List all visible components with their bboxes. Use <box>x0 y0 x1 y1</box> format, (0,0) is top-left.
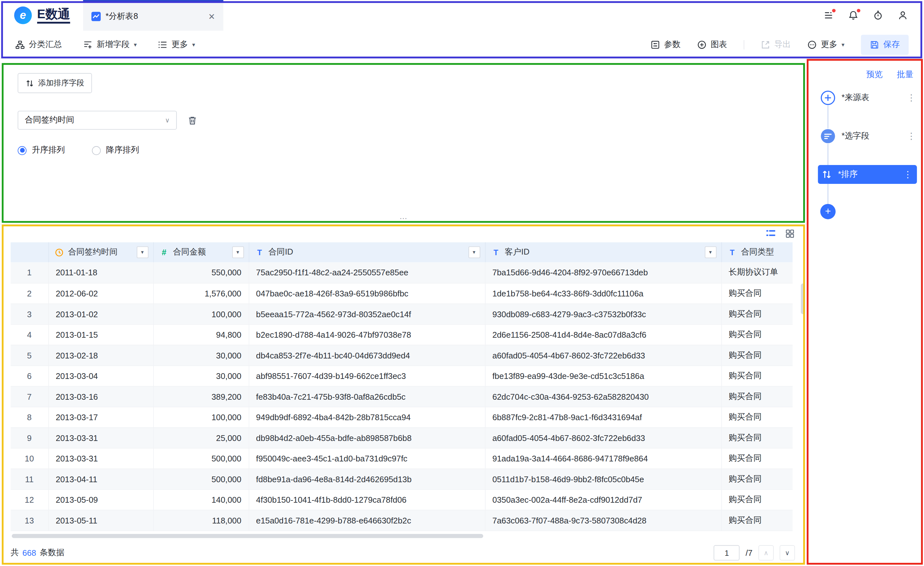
sort-order-options: 升序排列 降序排列 <box>18 145 808 155</box>
page-total: /7 <box>746 548 753 557</box>
export-icon <box>760 40 770 49</box>
column-filter-caret-icon[interactable]: ▾ <box>232 246 244 258</box>
column-filter-caret-icon[interactable]: ▾ <box>704 246 716 258</box>
flow-node-来源表[interactable]: *来源表⋮ <box>820 88 916 107</box>
table-cell: 购买合同 <box>721 427 793 448</box>
column-header-合同金额[interactable]: #合同金额▾ <box>153 242 249 263</box>
table-row: 82013-03-17100,000949db9df-6892-4ba4-842… <box>10 407 793 428</box>
table-cell: 389,200 <box>153 386 249 407</box>
table-cell: 购买合同 <box>721 489 793 510</box>
tab-close-icon[interactable]: ✕ <box>208 12 215 21</box>
page-up-button[interactable]: ∧ <box>758 545 774 561</box>
export-button[interactable]: 导出 <box>760 39 790 50</box>
more-left-button[interactable]: 更多 ▾ <box>158 39 195 50</box>
preview-link[interactable]: 预览 <box>866 69 883 80</box>
flow-connector-line <box>828 96 829 212</box>
flow-node-排序[interactable]: *排序⋮ <box>818 165 917 184</box>
text-column-icon: T <box>728 248 736 257</box>
kebab-menu-icon[interactable]: ⋮ <box>907 92 916 103</box>
table-cell: 2013-01-15 <box>48 324 153 345</box>
column-filter-caret-icon[interactable]: ▾ <box>136 246 148 258</box>
row-number-column-header <box>10 242 48 263</box>
column-header-合同类型[interactable]: T合同类型 <box>721 242 793 263</box>
ascending-radio[interactable]: 升序排列 <box>18 145 64 155</box>
row-number-cell: 2 <box>10 283 48 304</box>
table-cell: 30,000 <box>153 365 249 386</box>
notification-dot <box>857 9 860 12</box>
table-cell: 2d6e1156-2508-41d4-8d4e-8ac07d8a3cf6 <box>485 324 721 345</box>
kebab-menu-icon[interactable]: ⋮ <box>907 131 916 141</box>
table-footer: 共 668 条数据 /7 ∧ ∨ <box>10 539 795 566</box>
table-cell: 2013-04-11 <box>48 468 153 489</box>
delete-sort-field-icon[interactable] <box>186 114 198 126</box>
save-button[interactable]: 保存 <box>861 35 909 55</box>
table-cell: 长期协议订单 <box>721 262 793 283</box>
chevron-down-icon: ▾ <box>134 41 136 48</box>
group-summary-button[interactable]: 分类汇总 <box>15 39 62 50</box>
vertical-scrollbar[interactable] <box>801 284 805 314</box>
table-cell: 购买合同 <box>721 365 793 386</box>
timer-icon[interactable] <box>872 9 884 21</box>
batch-link[interactable]: 批量 <box>897 69 914 80</box>
add-field-button[interactable]: 新增字段 ▾ <box>83 39 137 50</box>
column-header-客户ID[interactable]: T客户ID▾ <box>485 242 721 263</box>
grid-view-icon[interactable] <box>784 228 795 239</box>
table-cell: 购买合同 <box>721 345 793 365</box>
app-logo: e E数通 <box>0 6 83 24</box>
table-cell: 94,800 <box>153 324 249 345</box>
more-right-button[interactable]: 更多 ▾ <box>807 39 844 50</box>
table-cell: 2013-01-02 <box>48 303 153 324</box>
row-number-cell: 7 <box>10 386 48 407</box>
total-count: 668 <box>22 548 36 557</box>
user-icon[interactable] <box>897 9 909 21</box>
params-button[interactable]: 参数 <box>651 39 681 50</box>
table-cell: 100,000 <box>153 407 249 428</box>
table-cell: 2011-01-18 <box>48 262 153 283</box>
chevron-down-icon: ∨ <box>165 116 170 124</box>
add-node-button[interactable]: + <box>820 204 836 219</box>
horizontal-scrollbar[interactable] <box>12 534 483 538</box>
table-cell: 2013-05-09 <box>48 489 153 510</box>
save-icon <box>870 40 879 49</box>
table-cell: 7ba15d66-9d46-4204-8f92-970e66713deb <box>485 262 721 283</box>
add-sort-field-button[interactable]: 添加排序字段 <box>18 73 92 93</box>
column-header-合同ID[interactable]: T合同ID▾ <box>249 242 485 263</box>
table-cell: b5eeaa15-772a-4562-973d-80352ae0c14f <box>249 303 485 324</box>
table-cell: 2013-03-31 <box>48 427 153 448</box>
descending-radio[interactable]: 降序排列 <box>92 145 139 155</box>
table-cell: fbe13f89-ea99-43de-9e3e-cd51c3c5186a <box>485 365 721 386</box>
table-cell: 25,000 <box>153 427 249 448</box>
tab-analysis-sheet[interactable]: *分析表8 ✕ <box>83 0 224 31</box>
table-cell: 2013-03-04 <box>48 365 153 386</box>
sort-field-select[interactable]: 合同签约时间 ∨ <box>18 111 177 130</box>
resize-handle[interactable]: ⋯ <box>400 214 409 223</box>
row-number-cell: 6 <box>10 365 48 386</box>
chart-button[interactable]: 图表 <box>697 39 727 50</box>
page-input[interactable] <box>714 545 740 561</box>
table-cell: 1de1b758-be64-4c33-86f9-3dd0fc11106a <box>485 283 721 304</box>
flow-node-选字段[interactable]: *选字段⋮ <box>820 127 916 146</box>
table-cell: 2013-03-17 <box>48 407 153 428</box>
list-view-icon[interactable] <box>765 228 776 239</box>
list-icon <box>158 40 167 49</box>
table-cell: 7a63c063-7f07-488a-9c73-5807308c4d28 <box>485 510 721 530</box>
flow-sidebar: 预览 批量 + *来源表⋮*选字段⋮*排序⋮ <box>808 59 924 566</box>
notification-dot <box>832 9 836 12</box>
toolbar-right: 参数 图表 导出 更多 ▾ <box>651 35 909 55</box>
radio-selected-icon <box>18 146 27 155</box>
table-cell: db98b4d2-a0eb-455a-bdfe-ab898587b6b8 <box>249 427 485 448</box>
kebab-menu-icon[interactable]: ⋮ <box>903 169 912 180</box>
table-row: 72013-03-16389,200fe83b40a-7c21-475b-93f… <box>10 386 793 407</box>
table-cell: 2013-03-16 <box>48 386 153 407</box>
page-down-button[interactable]: ∨ <box>780 545 795 561</box>
column-header-合同签约时间[interactable]: 合同签约时间▾ <box>48 242 153 263</box>
sort-config-panel: 添加排序字段 合同签约时间 ∨ 升序排列 <box>0 59 808 224</box>
params-icon <box>651 40 660 49</box>
task-list-icon[interactable] <box>823 9 834 21</box>
column-filter-caret-icon[interactable]: ▾ <box>468 246 480 258</box>
fields-node-icon <box>820 129 836 144</box>
table-panel: 合同签约时间▾#合同金额▾T合同ID▾T客户ID▾T合同类型 12011-01-… <box>0 224 808 566</box>
toolbar-divider <box>744 40 744 49</box>
bell-icon[interactable] <box>847 9 859 21</box>
table-cell: 2012-06-02 <box>48 283 153 304</box>
